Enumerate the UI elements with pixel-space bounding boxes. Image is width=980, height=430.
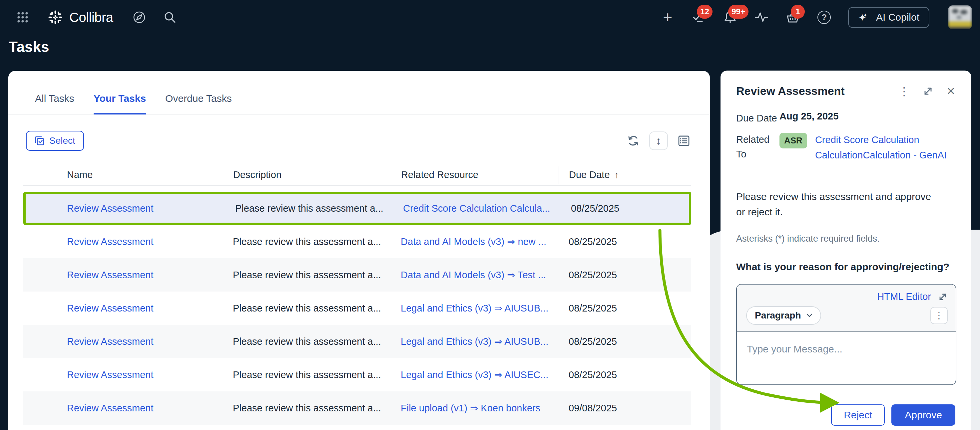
panel-close-icon[interactable]: ✕ [947,85,955,97]
editor-toolbar: HTML Editor Paragraph [737,284,956,332]
column-header-name[interactable]: Name [23,167,223,184]
task-name-link[interactable]: Review Assessment [67,336,154,347]
explore-compass-icon[interactable] [132,10,146,25]
task-description: Please review this assessment a... [223,270,391,281]
tasks-card: All Tasks Your Tasks Overdue Tasks Selec… [8,71,710,430]
app-launcher-icon[interactable] [15,10,30,25]
related-resource-link[interactable]: File upload (v1) ⇒ Koen bonkers [401,403,540,413]
panel-kebab-menu-icon[interactable]: ⋮ [898,86,910,96]
notifications-bell-icon[interactable]: 99+ [723,10,738,25]
table-row[interactable]: Review Assessment Please review this ass… [23,292,691,325]
table-row[interactable]: Review Assessment Please review this ass… [23,258,691,292]
due-date-cell: 08/25/2025 [558,370,691,381]
related-resource-link[interactable]: Legal and Ethics (v3) ⇒ AIUSUB... [401,303,548,314]
due-date-cell: 08/25/2025 [558,236,691,247]
sort-asc-icon[interactable]: ↑ [614,170,619,180]
tabs-bar: All Tasks Your Tasks Overdue Tasks [8,71,710,114]
panel-title: Review Assessment [736,84,845,97]
task-name-link[interactable]: Review Assessment [67,203,154,214]
table-row[interactable]: Review Assessment Please review this ass… [23,391,691,425]
due-date-value: Aug 25, 2025 [780,111,838,125]
ai-copilot-button[interactable]: ✦✦ AI Copilot [848,7,929,28]
related-resource-panel-link[interactable]: Credit Score Calculation CalculationCalc… [815,132,955,163]
related-resource-link[interactable]: Legal and Ethics (v3) ⇒ AIUSUB... [401,336,548,347]
task-name-link[interactable]: Review Assessment [67,303,154,314]
activity-pulse-icon[interactable] [754,10,769,25]
review-assessment-panel: Review Assessment ⋮ ✕ Due Date Aug 25, 2… [721,71,971,430]
due-date-cell: 08/25/2025 [558,270,691,281]
due-date-cell: 08/25/2025 [558,336,691,347]
task-name-link[interactable]: Review Assessment [67,370,154,380]
tab-overdue-tasks[interactable]: Overdue Tasks [165,93,232,114]
table-row[interactable]: Review Assessment Please review this ass… [23,225,691,258]
required-fields-note: Asterisks (*) indicate required fields. [736,234,955,244]
due-date-cell: 08/25/2025 [558,303,691,314]
table-header: Name Description Related Resource Due Da… [23,164,691,186]
message-input[interactable]: Type your Message... [737,332,956,366]
task-description: Please review this assessment a... [223,370,391,381]
tab-all-tasks[interactable]: All Tasks [35,93,74,114]
refresh-icon[interactable] [626,133,641,148]
panel-expand-icon[interactable] [923,86,934,97]
column-header-description[interactable]: Description [223,167,391,184]
editor-more-options-button[interactable]: ⋮ [931,307,948,324]
select-button[interactable]: Select [26,131,84,151]
table-row[interactable]: Review Assessment Please review this ass… [23,325,691,358]
select-label: Select [49,135,75,146]
table-toolbar: Select ↕ [26,129,691,152]
table-row[interactable]: Review Assessment Please review this ass… [23,192,691,225]
column-header-related-resource[interactable]: Related Resource [391,167,558,184]
rich-text-editor: HTML Editor Paragraph [736,284,956,385]
paragraph-style-value: Paragraph [755,310,801,321]
column-header-due-date[interactable]: Due Date ↑ [558,167,691,184]
html-editor-link[interactable]: HTML Editor [877,291,931,302]
asset-type-badge: ASR [780,133,807,148]
reject-button[interactable]: Reject [831,405,885,426]
notifications-badge: 99+ [728,5,748,19]
editor-expand-icon[interactable] [938,292,948,302]
user-avatar[interactable] [948,5,972,29]
task-name-link[interactable]: Review Assessment [67,403,154,413]
related-resource-link[interactable]: Data and AI Models (v3) ⇒ new ... [401,236,546,247]
task-name-link[interactable]: Review Assessment [67,270,154,280]
paragraph-style-dropdown[interactable]: Paragraph [746,306,821,325]
basket-badge: 1 [791,5,805,19]
create-plus-icon[interactable]: + [660,10,675,25]
task-description: Please review this assessment a... [223,336,391,347]
chevron-down-icon [807,313,813,318]
task-description: Please review this assessment a... [223,236,391,247]
task-description: Please review this assessment a... [223,403,391,414]
table-body: Review Assessment Please review this ass… [23,192,691,425]
approve-button[interactable]: Approve [891,405,955,426]
task-description: Please review this assessment a... [223,303,391,314]
panel-description: Please review this assessment and approv… [736,189,943,220]
table-row[interactable]: Review Assessment Please review this ass… [23,358,691,391]
due-date-cell: 08/25/2025 [561,203,689,214]
task-name-link[interactable]: Review Assessment [67,236,154,247]
ai-copilot-label: AI Copilot [876,12,920,23]
help-icon[interactable]: ? [817,10,831,25]
reason-question-label: What is your reason for approving/reject… [736,261,955,273]
related-to-label: Related To [736,132,780,162]
tab-your-tasks[interactable]: Your Tasks [94,93,146,114]
table-view-icon[interactable] [676,133,691,148]
related-resource-link[interactable]: Legal and Ethics (v3) ⇒ AIUSEC... [401,370,548,380]
related-to-row: Related To ASR Credit Score Calculation … [736,132,955,163]
due-date-cell: 09/08/2025 [558,403,691,414]
my-tasks-icon[interactable]: 12 [692,10,706,25]
topbar: Collibra + 12 [0,0,980,35]
select-checkbox-icon [35,136,45,146]
avatar-image [948,5,972,29]
tasks-badge: 12 [697,5,713,19]
page-title: Tasks [9,39,49,55]
brand-name: Collibra [69,10,113,25]
related-resource-link[interactable]: Data and AI Models (v3) ⇒ Test ... [401,270,546,280]
related-resource-link[interactable]: Credit Score Calculation Calcula... [403,203,550,214]
search-icon[interactable] [162,10,177,25]
row-height-icon[interactable]: ↕ [649,132,668,150]
task-description: Please review this assessment a... [225,203,393,214]
collibra-logo-icon [48,10,63,25]
due-date-row: Due Date Aug 25, 2025 [736,111,955,125]
due-date-label: Due Date [736,111,780,125]
basket-icon[interactable]: 1 [786,10,800,25]
